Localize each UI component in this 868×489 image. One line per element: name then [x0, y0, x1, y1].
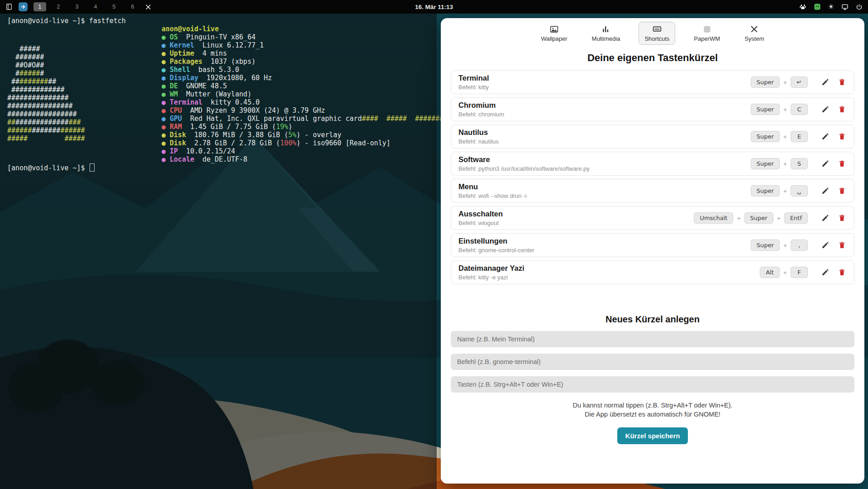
tools-icon[interactable]	[145, 4, 152, 10]
shortcut-keys: Super+C	[751, 104, 808, 115]
fastfetch-line: ● Terminal kitty 0.45.0	[162, 98, 444, 106]
ascii-line: ###########	[7, 77, 162, 86]
edit-button[interactable]	[820, 213, 830, 223]
workspace-1[interactable]: 1	[33, 2, 46, 11]
save-shortcut-button[interactable]: Kürzel speichern	[617, 427, 688, 444]
delete-button[interactable]	[837, 77, 847, 87]
topbar-right: ☀	[799, 3, 868, 11]
shortcut-name: Menu	[458, 182, 751, 191]
fastfetch-line: ● GPU Red Hat, Inc. QXL paravirtual grap…	[162, 115, 444, 123]
kitty-terminal-window[interactable]: [anon@void-live ~]$ fastfetch ##### ####…	[0, 14, 437, 489]
key-badge: E	[791, 131, 808, 142]
typed-command: fastfetch	[89, 17, 126, 25]
plus-separator: +	[783, 269, 787, 276]
ascii-line: ###############	[7, 94, 162, 102]
green-app-tray-icon[interactable]	[814, 3, 821, 10]
delete-button[interactable]	[837, 159, 847, 168]
shortcut-keys: Super+E	[751, 131, 808, 142]
brightness-icon[interactable]: ☀	[828, 3, 834, 11]
name-input[interactable]	[451, 331, 854, 347]
prompt: [anon@void-live ~]$	[7, 164, 85, 172]
command-input[interactable]	[451, 354, 854, 370]
fastfetch-info: anon@void-live ● OS Pinguin-TV x86_64● K…	[162, 25, 444, 163]
tab-label: PaperWM	[694, 35, 720, 42]
key-badge: Umschalt	[694, 212, 733, 224]
shortcut-text: EinstellungenBefehl: gnome-control-cente…	[458, 237, 751, 254]
workspace-4[interactable]: 4	[89, 2, 102, 11]
shortcut-list: TerminalBefehl: kittySuper+↵ChromiumBefe…	[451, 70, 854, 284]
plus-separator: +	[783, 133, 787, 140]
edit-button[interactable]	[820, 240, 830, 250]
delete-button[interactable]	[837, 213, 847, 223]
delete-button[interactable]	[837, 268, 847, 277]
edit-button[interactable]	[820, 77, 830, 87]
ascii-line: #############	[7, 86, 162, 94]
keys-input[interactable]	[451, 376, 854, 393]
edit-button[interactable]	[820, 132, 830, 141]
panel-apps-icon[interactable]	[5, 3, 13, 10]
tab-shortcuts[interactable]: Shortcuts	[639, 22, 675, 45]
shortcut-text: SoftwareBefehl: python3 /usr/local/bin/s…	[458, 155, 751, 172]
shortcuts-app-window: WallpaperMultimediaShortcutsPaperWMSyste…	[441, 18, 864, 484]
shortcut-command: Befehl: gnome-control-center	[458, 247, 751, 254]
tab-wallpaper[interactable]: Wallpaper	[535, 22, 573, 45]
workspace-6[interactable]: 6	[126, 2, 139, 11]
shortcut-row: AusschaltenBefehl: wlogoutUmschalt+Super…	[451, 206, 854, 230]
edit-button[interactable]	[820, 159, 830, 168]
clock[interactable]: 16. Mär 11:13	[415, 4, 453, 10]
network-icon[interactable]	[841, 3, 849, 10]
shortcut-text: TerminalBefehl: kitty	[458, 74, 751, 91]
key-badge: Super	[751, 131, 780, 142]
key-badge: ,	[791, 240, 808, 251]
shortcut-name: Dateimanager Yazi	[458, 264, 760, 273]
tab-paperwm[interactable]: PaperWM	[688, 22, 726, 45]
shortcut-name: Terminal	[458, 74, 751, 82]
shortcut-command: Befehl: kitty	[458, 84, 751, 91]
workspace-2[interactable]: 2	[52, 2, 65, 11]
edit-button[interactable]	[820, 105, 830, 114]
ascii-line: #################	[7, 110, 162, 118]
chart-icon	[601, 24, 610, 34]
shortcut-text: Dateimanager YaziBefehl: kitty -e yazi	[458, 264, 760, 281]
plus-separator: +	[737, 215, 740, 222]
square-icon	[703, 24, 711, 34]
terminal-cursor	[90, 163, 95, 172]
plus-separator: +	[783, 106, 787, 113]
delete-button[interactable]	[837, 186, 847, 196]
prompt: [anon@void-live ~]$	[7, 17, 85, 25]
delete-button[interactable]	[837, 240, 847, 250]
shortcut-keys: Super+,	[751, 240, 808, 251]
workspace-5[interactable]: 5	[108, 2, 120, 11]
shortcut-row: TerminalBefehl: kittySuper+↵	[451, 70, 854, 94]
workspace-3[interactable]: 3	[71, 2, 83, 11]
shortcut-command: Befehl: chromium	[458, 111, 751, 118]
shortcut-name: Einstellungen	[458, 237, 751, 245]
key-badge: ↵	[791, 77, 808, 88]
delete-button[interactable]	[837, 132, 847, 141]
ascii-line: #######	[7, 69, 162, 77]
fastfetch-output: ##### ####### ##O#O## ####### ##########…	[7, 25, 437, 163]
fastfetch-host: anon@void-live	[162, 25, 444, 33]
shortcut-row: Dateimanager YaziBefehl: kitty -e yaziAl…	[451, 260, 854, 284]
paw-tray-icon[interactable]	[799, 3, 806, 10]
plus-separator: +	[783, 242, 787, 249]
shortcut-name: Chromium	[458, 101, 751, 110]
tab-multimedia[interactable]: Multimedia	[586, 22, 626, 45]
workspaces: 123456	[33, 2, 139, 11]
hint-line-2: Die App übersetzt es automatisch für GNO…	[441, 410, 864, 419]
key-badge: Super	[751, 77, 780, 88]
plus-separator: +	[777, 215, 781, 222]
power-icon[interactable]	[856, 4, 863, 10]
shortcut-command: Befehl: wlogout	[458, 220, 694, 226]
hint-text: Du kannst normal tippen (z.B. Strg+Alt+T…	[441, 401, 864, 419]
edit-button[interactable]	[820, 268, 830, 277]
launcher-arrow-icon[interactable]	[19, 2, 28, 11]
key-badge: Super	[751, 158, 780, 169]
keyboard-icon	[653, 24, 662, 34]
fastfetch-line: ● Disk 2.78 GiB / 2.78 GiB (100%) - iso9…	[162, 139, 444, 147]
tab-label: System	[744, 35, 764, 42]
edit-button[interactable]	[820, 186, 830, 196]
delete-button[interactable]	[837, 105, 847, 114]
fastfetch-line: ● IP 10.0.2.15/24	[162, 147, 444, 155]
tab-system[interactable]: System	[739, 22, 770, 45]
